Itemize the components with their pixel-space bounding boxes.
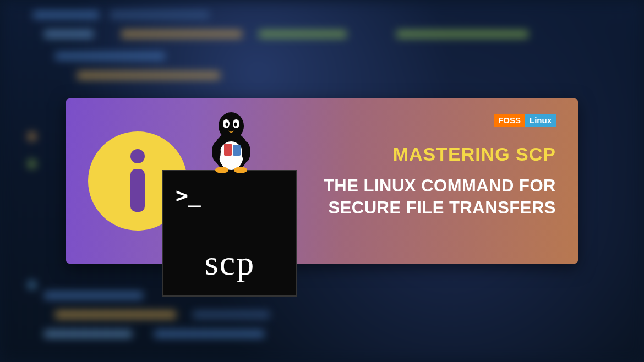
info-icon-stem <box>130 169 145 212</box>
svg-rect-7 <box>224 144 232 156</box>
article-banner-card: >_ scp FOSS Linux MASTERING SCP THE LINU… <box>66 98 578 264</box>
terminal-prompt-glyph: >_ <box>176 183 201 207</box>
terminal-icon: >_ scp <box>162 170 297 297</box>
terminal-command-text: scp <box>163 243 296 283</box>
svg-point-12 <box>242 142 250 162</box>
article-subtitle: THE LINUX COMMAND FOR SECURE FILE TRANSF… <box>286 175 556 218</box>
info-icon-dot <box>130 149 145 163</box>
subtitle-line-1: THE LINUX COMMAND FOR <box>324 176 556 195</box>
logo-foss-part: FOSS <box>494 114 525 127</box>
svg-point-10 <box>234 167 247 173</box>
svg-point-6 <box>234 123 237 127</box>
svg-point-9 <box>215 167 228 173</box>
article-title: MASTERING SCP <box>286 144 556 165</box>
logo-linux-part: Linux <box>525 114 556 127</box>
foss-linux-logo: FOSS Linux <box>494 114 556 127</box>
svg-point-11 <box>212 142 221 162</box>
svg-point-5 <box>226 123 228 127</box>
tux-penguin-icon <box>206 111 256 174</box>
svg-point-2 <box>219 112 244 140</box>
svg-rect-8 <box>233 145 241 156</box>
subtitle-line-2: SECURE FILE TRANSFERS <box>328 198 556 217</box>
headline-block: MASTERING SCP THE LINUX COMMAND FOR SECU… <box>286 144 556 218</box>
